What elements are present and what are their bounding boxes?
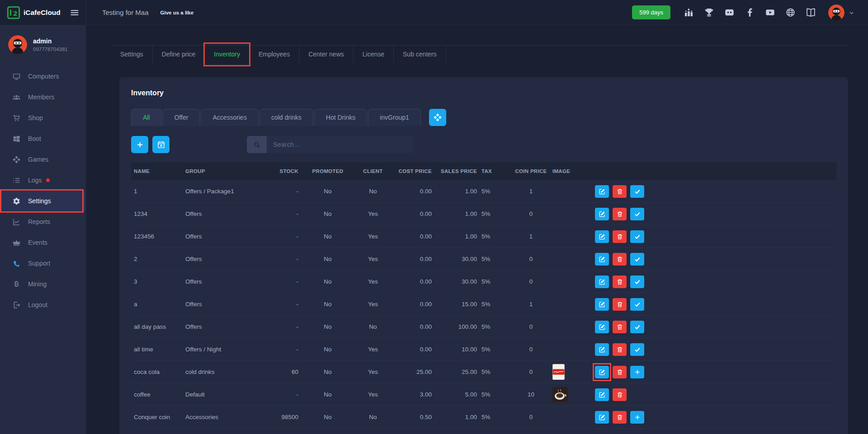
tab-center-news[interactable]: Center news (299, 46, 354, 63)
user-menu[interactable] (828, 5, 854, 21)
sidebar-item-mining[interactable]: Mining (0, 274, 86, 294)
avatar[interactable] (828, 5, 844, 21)
tab-license[interactable]: License (354, 46, 394, 63)
check-button[interactable] (630, 275, 644, 288)
edit-button[interactable] (595, 230, 609, 243)
delete-button[interactable] (613, 185, 627, 198)
discord-icon[interactable] (725, 8, 734, 17)
sidebar-item-label: Events (28, 239, 47, 246)
check-button[interactable] (630, 185, 644, 198)
delete-button[interactable] (613, 230, 627, 243)
sidebar-item-members[interactable]: Members (0, 87, 86, 107)
edit-button[interactable] (595, 366, 609, 378)
sidebar-item-settings[interactable]: Settings (0, 191, 86, 211)
games-icon (13, 156, 20, 163)
inventory-group-tab-accessories[interactable]: Accessories (201, 109, 258, 126)
cell-group: Offers (185, 256, 269, 262)
tab-define-price[interactable]: Define price (153, 46, 205, 63)
brand: 2 iCafeCloud (0, 0, 86, 25)
delete-button[interactable] (613, 253, 627, 266)
delete-button[interactable] (613, 366, 627, 378)
sidebar-item-events[interactable]: Events (0, 232, 86, 253)
book-icon[interactable] (806, 8, 816, 17)
inventory-group-tab-offer[interactable]: Offer (163, 109, 200, 126)
check-button[interactable] (630, 298, 644, 311)
cell-cost-price: 0.00 (393, 233, 436, 240)
give-us-a-like-link[interactable]: Give us a like (160, 10, 194, 15)
facebook-icon[interactable] (745, 8, 755, 17)
svg-text:2: 2 (13, 9, 18, 17)
delete-button[interactable] (613, 411, 627, 424)
brand-name: iCafeCloud (24, 9, 61, 17)
notification-dot (46, 178, 50, 182)
manage-groups-button[interactable] (429, 109, 446, 126)
delete-button[interactable] (613, 343, 627, 356)
cell-sales-price: 5.00 (436, 391, 481, 398)
edit-button[interactable] (595, 275, 609, 288)
sidebar: admin 097778704381 ComputersMembersShopB… (0, 25, 86, 434)
edit-button[interactable] (595, 411, 609, 424)
add-product-button[interactable] (131, 136, 148, 153)
tab-employees[interactable]: Employees (250, 46, 299, 63)
edit-button[interactable] (595, 388, 609, 401)
sidebar-item-label: Logs (28, 177, 42, 184)
inventory-group-tab-cold-drinks[interactable]: cold drinks (259, 109, 313, 126)
edit-button[interactable] (595, 321, 609, 333)
days-remaining-badge[interactable]: 599 days (632, 5, 670, 19)
cell-sales-price: 30.00 (436, 278, 481, 285)
check-button[interactable] (630, 208, 644, 220)
delete-button[interactable] (613, 388, 627, 401)
check-button[interactable] (630, 321, 644, 333)
delete-button[interactable] (613, 298, 627, 311)
cell-name: coffee (131, 391, 185, 398)
add-stock-button[interactable] (630, 366, 644, 378)
trophy-icon[interactable] (704, 8, 714, 17)
check-button[interactable] (630, 230, 644, 243)
table-row: 3Offers-NoYes0.0030.005%0 (131, 271, 836, 293)
check-button[interactable] (630, 253, 644, 266)
youtube-icon[interactable] (765, 8, 775, 17)
inventory-group-tab-all[interactable]: All (131, 109, 162, 126)
cell-client: Yes (353, 256, 393, 262)
cell-stock: - (269, 188, 303, 195)
inventory-group-tab-hot-drinks[interactable]: Hot Drinks (314, 109, 367, 126)
ranking-icon[interactable] (684, 8, 693, 17)
globe-icon[interactable] (786, 8, 795, 17)
menu-icon[interactable] (70, 8, 79, 17)
calendar-plus-button[interactable] (152, 136, 170, 153)
sidebar-item-games[interactable]: Games (0, 149, 86, 170)
inventory-card: Inventory AllOfferAccessoriescold drinks… (119, 77, 848, 434)
check-button[interactable] (630, 343, 644, 356)
edit-button[interactable] (595, 208, 609, 220)
cell-sales-price: 1.00 (436, 188, 481, 195)
cell-tax: 5% (481, 256, 509, 262)
sidebar-item-boot[interactable]: Boot (0, 128, 86, 149)
tab-sub-centers[interactable]: Sub centers (394, 46, 446, 63)
cell-cost-price: 3.00 (393, 391, 436, 398)
cell-stock: - (269, 301, 303, 308)
sidebar-item-computers[interactable]: Computers (0, 66, 86, 87)
table-row: 1Offers / Package1-NoNo0.001.005%1 (131, 180, 836, 203)
edit-button[interactable] (595, 185, 609, 198)
cell-name: Conquer coin (131, 414, 185, 420)
cell-tax: 5% (481, 233, 509, 240)
sidebar-item-shop[interactable]: Shop (0, 107, 86, 128)
edit-button[interactable] (595, 298, 609, 311)
cell-promoted: No (303, 188, 353, 195)
tab-settings[interactable]: Settings (111, 46, 153, 63)
delete-button[interactable] (613, 208, 627, 220)
cell-client: No (353, 414, 393, 420)
cell-group: Offers (185, 278, 269, 285)
delete-button[interactable] (613, 321, 627, 333)
edit-button[interactable] (595, 253, 609, 266)
inventory-group-tab-invgroup1[interactable]: invGroup1 (368, 109, 421, 126)
sidebar-item-support[interactable]: Support (0, 253, 86, 274)
add-stock-button[interactable] (630, 411, 644, 424)
sidebar-item-reports[interactable]: Reports (0, 211, 86, 232)
edit-button[interactable] (595, 343, 609, 356)
sidebar-item-logout[interactable]: Logout (0, 294, 86, 315)
delete-button[interactable] (613, 275, 627, 288)
search-input[interactable] (267, 136, 413, 153)
sidebar-item-logs[interactable]: Logs (0, 170, 86, 191)
tab-inventory[interactable]: Inventory (205, 46, 250, 63)
